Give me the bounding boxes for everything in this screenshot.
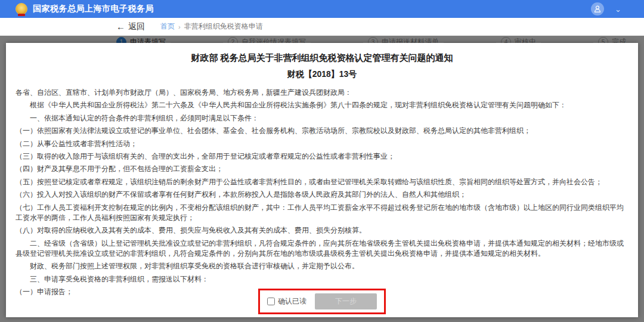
notice-modal: 财政部 税务总局关于非营利组织免税资格认定管理有关问题的通知 财税【2018】1… <box>6 43 638 317</box>
document-title: 财政部 税务总局关于非营利组织免税资格认定管理有关问题的通知 <box>16 52 628 64</box>
confirm-annotation-box: 确认已读 下一步 <box>258 289 386 314</box>
doc-paragraph: 根据《中华人民共和国企业所得税法》第二十六条及《中华人民共和国企业所得税法实施条… <box>16 100 628 110</box>
breadcrumb-home-link[interactable]: 首页 <box>160 21 175 32</box>
next-step-button[interactable]: 下一步 <box>315 293 377 309</box>
breadcrumb-current: 非营利组织免税资格申请 <box>184 21 263 32</box>
chevron-down-icon[interactable]: ⌄ <box>615 5 621 13</box>
doc-paragraph: （七）工作人员工资福利开支控制在规定的比例内，不变相分配该组织的财产，其中：工作… <box>16 203 628 224</box>
breadcrumb-separator: › <box>178 23 181 30</box>
doc-paragraph: 二、经省级（含省级）以上登记管理机关批准设立或登记的非营利组织，凡符合规定条件的… <box>16 239 628 259</box>
person-icon <box>593 5 602 13</box>
tax-emblem-logo <box>16 3 27 15</box>
breadcrumb: 首页 › 非营利组织免税资格申请 <box>160 21 263 32</box>
doc-paragraph: （三）取得的收入除用于与该组织有关的、合理的支出外，全部用于登记核定或者章程规定… <box>16 151 628 162</box>
sub-navbar: ← 返回 首页 › 非营利组织免税资格申请 <box>0 18 644 36</box>
doc-paragraph: （四）财产及其孳息不用于分配，但不包括合理的工资薪金支出； <box>16 164 628 174</box>
back-label: 返回 <box>128 21 145 32</box>
doc-paragraph: （二）从事公益性或者非营利性活动； <box>16 139 628 149</box>
confirm-read-label: 确认已读 <box>278 296 306 306</box>
doc-paragraph: 各省、自治区、直辖市、计划单列市财政厅（局）、国家税务局、地方税务局，新疆生产建… <box>16 88 628 98</box>
doc-paragraph: （五）按照登记核定或者章程规定，该组织注销后的剩余财产用于公益性或者非营利性目的… <box>16 177 628 187</box>
doc-paragraph: （一）依照国家有关法律法规设立或登记的事业单位、社会团体、基金会、社会服务机构、… <box>16 126 628 136</box>
confirm-read-checkbox[interactable] <box>267 298 275 305</box>
app-title: 国家税务总局上海市电子税务局 <box>33 4 154 14</box>
document-body: 各省、自治区、直辖市、计划单列市财政厅（局）、国家税务局、地方税务局，新疆生产建… <box>16 88 628 298</box>
document-number: 财税【2018】13号 <box>16 69 628 80</box>
confirm-read-control[interactable]: 确认已读 <box>267 296 306 306</box>
doc-paragraph: （八）对取得的应纳税收入及其有关的成本、费用、损失应与免税收入及其有关的成本、费… <box>16 225 628 236</box>
back-arrow-icon: ← <box>116 21 125 32</box>
app-header: 国家税务总局上海市电子税务局 ⌄ <box>0 0 644 18</box>
doc-paragraph: 三、申请享受免税资格的非营利组织，需报送以下材料： <box>16 274 628 284</box>
user-avatar[interactable] <box>591 2 604 16</box>
back-button[interactable]: ← 返回 <box>116 21 145 32</box>
doc-paragraph: （六）投入人对投入该组织的财产不保留或者享有任何财产权利，本款所称投入人是指除各… <box>16 190 628 200</box>
doc-paragraph: 一、依据本通知认定的符合条件的非营利组织，必须同时满足以下条件： <box>16 113 628 123</box>
doc-paragraph: 财政、税务部门按照上述管理权限，对非营利组织享受免税的资格联合进行审核确认，并定… <box>16 261 628 271</box>
